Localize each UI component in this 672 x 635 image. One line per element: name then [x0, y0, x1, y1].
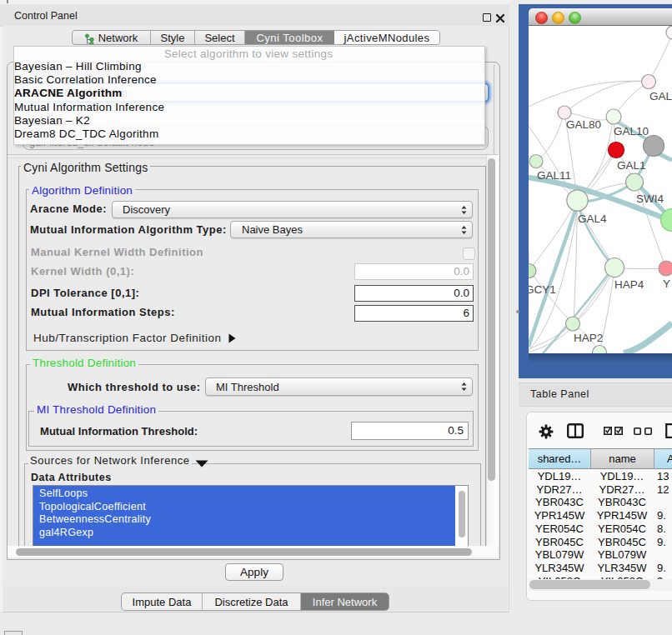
- svg-text:GAL4: GAL4: [578, 212, 607, 225]
- svg-text:GAL10: GAL10: [614, 125, 649, 138]
- svg-text:GAL80: GAL80: [566, 118, 601, 131]
- svg-text:Y: Y: [663, 278, 670, 290]
- svg-text:GAL11: GAL11: [537, 169, 571, 182]
- svg-text:GAL: GAL: [649, 90, 672, 102]
- svg-text:GCY1: GCY1: [529, 283, 556, 296]
- svg-text:GAL1: GAL1: [617, 159, 646, 172]
- svg-text:HAP4: HAP4: [614, 278, 644, 291]
- svg-text:HAP2: HAP2: [574, 332, 603, 344]
- svg-text:SWI4: SWI4: [636, 192, 664, 205]
